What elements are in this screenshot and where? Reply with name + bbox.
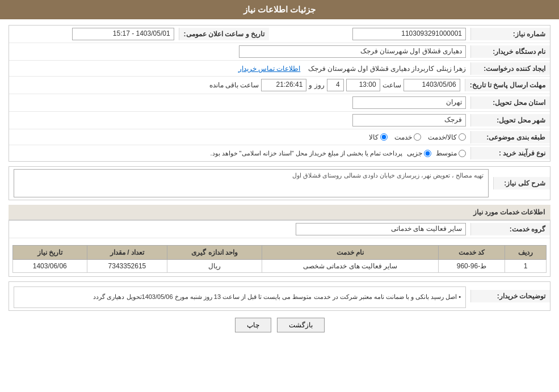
services-title: اطلاعات خدمات مورد نیاز	[9, 205, 550, 220]
cell-date: 1403/06/06	[13, 260, 87, 273]
row-creator: ایجاد کننده درخواست: زهرا زینلی کاربرداز…	[9, 61, 550, 77]
row-org: نام دستگاه خریدار: دهیاری قشلاق اول شهرس…	[9, 43, 550, 61]
label-description: شرح کلی نیاز:	[493, 177, 550, 189]
label-partial: جزیی	[407, 149, 422, 157]
cell-unit: ریال	[167, 260, 262, 273]
description-value: تهیه مصالح ، تعویض نهر، زیرسازی خیابان د…	[14, 169, 489, 197]
col-date: تاریخ نیاز	[13, 246, 87, 260]
label-goods-service: کالا/خدمت	[428, 133, 457, 141]
deadline-row: 1403/05/06 ساعت 13:00 4 روز و 21:26:41 س…	[14, 79, 460, 91]
services-table-container: ردیف کد خدمت نام خدمت واحد اندازه گیری ت…	[9, 238, 550, 276]
deadline-time: 13:00	[346, 79, 380, 91]
purchase-type-row: متوسط جزیی پرداخت تمام یا بخشی از مبلغ خ…	[14, 149, 466, 157]
radio-medium: متوسط	[436, 149, 466, 157]
row-number-announce: شماره نیاز: 1103093291000001 تاریخ و ساع…	[9, 26, 550, 43]
countdown-label: ساعت باقی مانده	[209, 81, 259, 89]
row-province: استان محل تحویل: تهران	[9, 94, 550, 112]
services-table: ردیف کد خدمت نام خدمت واحد اندازه گیری ت…	[12, 245, 547, 273]
radio-medium-input[interactable]	[459, 150, 466, 157]
label-city: شهر محل تحویل:	[470, 114, 550, 127]
label-announce: تاریخ و ساعت اعلان عمومی:	[179, 28, 269, 40]
row-buyer-notes: توضیحات خریدار: • اصل رسید بانکی و با ضم…	[9, 282, 550, 310]
countdown-value: 21:26:41	[261, 79, 306, 91]
label-service: خدمت	[394, 133, 412, 141]
row-description: شرح کلی نیاز: تهیه مصالح ، تعویض نهر، زی…	[9, 167, 550, 200]
bottom-buttons: بازگشت چاپ	[9, 318, 550, 332]
label-group-service: گروه خدمت:	[470, 223, 550, 235]
row-category: طبقه بندی موضوعی: کالا/خدمت خدمت	[9, 129, 550, 145]
time-label: ساعت	[383, 81, 401, 89]
radio-partial-input[interactable]	[424, 150, 431, 157]
radio-goods-service: کالا/خدمت	[428, 133, 466, 141]
cell-code: ط-96-960	[438, 260, 505, 273]
radio-service-input[interactable]	[414, 133, 421, 141]
bullet-icon: •	[459, 293, 461, 300]
purchase-note: پرداخت تمام یا بخشی از مبلغ خریداز محل "…	[210, 150, 402, 157]
title-text: جزئیات اطلاعات نیاز	[243, 5, 316, 14]
announce-value: 1403/05/01 - 15:17	[72, 28, 174, 40]
number-value: 1103093291000001	[352, 28, 466, 40]
table-header-row: ردیف کد خدمت نام خدمت واحد اندازه گیری ت…	[13, 246, 547, 260]
label-org: نام دستگاه خریدار:	[470, 45, 550, 58]
col-code: کد خدمت	[438, 246, 505, 260]
page-container: جزئیات اطلاعات نیاز شماره نیاز: 11030932…	[0, 0, 559, 392]
days-value-box: 4	[327, 79, 344, 91]
label-goods: کالا	[369, 133, 379, 141]
cell-row: 1	[505, 260, 547, 273]
label-deadline: مهلت ارسال پاسخ تا تاریخ:	[465, 79, 550, 91]
creator-link[interactable]: اطلاعات تماس خریدار	[238, 65, 301, 73]
row-deadline: مهلت ارسال پاسخ تا تاریخ: 1403/05/06 ساع…	[9, 77, 550, 94]
creator-value: زهرا زینلی کاربرداز دهیاری قشلاق اول شهر…	[308, 65, 466, 73]
col-quantity: تعداد / مقدار	[87, 246, 167, 260]
row-purchase-type: نوع فرآیند خرید : متوسط جزیی پرداخت تمام…	[9, 145, 550, 161]
col-row: ردیف	[505, 246, 547, 260]
row-city: شهر محل تحویل: فرجک	[9, 112, 550, 129]
label-buyer-notes: توضیحات خریدار:	[470, 290, 550, 302]
group-service-value: سایر فعالیت های خدماتی	[296, 223, 466, 235]
main-content: شماره نیاز: 1103093291000001 تاریخ و ساع…	[0, 19, 559, 344]
label-number: شماره نیاز:	[470, 28, 550, 40]
city-value: فرجک	[352, 114, 466, 127]
radio-service: خدمت	[394, 133, 421, 141]
back-button[interactable]: بازگشت	[277, 318, 325, 332]
row-group-service: گروه خدمت: سایر فعالیت های خدماتی	[9, 221, 550, 238]
org-value: دهیاری قشلاق اول شهرستان فرجک	[239, 45, 466, 58]
buyer-notes-content: • اصل رسید بانکی و با ضمانت نامه معتبر ش…	[14, 286, 466, 308]
label-creator: ایجاد کننده درخواست:	[470, 62, 550, 75]
description-section: شرح کلی نیاز: تهیه مصالح ، تعویض نهر، زی…	[9, 166, 550, 200]
col-unit: واحد اندازه گیری	[167, 246, 262, 260]
radio-goods: کالا	[369, 133, 388, 141]
deadline-date: 1403/05/06	[404, 79, 460, 91]
category-radio-group: کالا/خدمت خدمت کالا	[14, 133, 466, 141]
label-category: طبقه بندی موضوعی:	[470, 131, 550, 144]
cell-quantity: 7343352615	[87, 260, 167, 273]
radio-goods-input[interactable]	[380, 133, 388, 141]
page-title: جزئیات اطلاعات نیاز	[0, 0, 559, 19]
cell-name: سایر فعالیت های خدماتی شخصی	[262, 260, 438, 273]
radio-goods-service-input[interactable]	[459, 133, 466, 141]
label-province: استان محل تحویل:	[470, 96, 550, 109]
services-section: گروه خدمت: سایر فعالیت های خدماتی ردیف ک…	[9, 220, 550, 277]
print-button[interactable]: چاپ	[235, 318, 271, 332]
radio-partial: جزیی	[407, 149, 431, 157]
label-purchase-type: نوع فرآیند خرید :	[470, 147, 550, 159]
main-info-section: شماره نیاز: 1103093291000001 تاریخ و ساع…	[9, 25, 550, 162]
days-label: روز و	[309, 81, 324, 89]
col-name: نام خدمت	[262, 246, 438, 260]
buyer-notes-section: توضیحات خریدار: • اصل رسید بانکی و با ضم…	[9, 281, 550, 311]
table-row: 1 ط-96-960 سایر فعالیت های خدماتی شخصی ر…	[13, 260, 547, 273]
label-medium: متوسط	[436, 149, 457, 157]
note-item: • اصل رسید بانکی و با ضمانت نامه معتبر ش…	[19, 292, 461, 303]
province-value: تهران	[352, 96, 466, 109]
